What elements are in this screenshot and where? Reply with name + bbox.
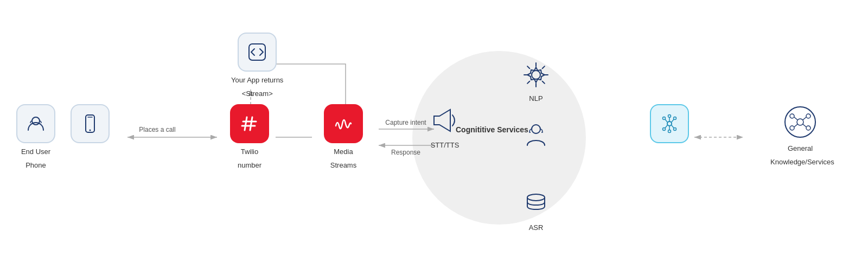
twilio-label2: number <box>238 161 261 170</box>
end-user-label2: Phone <box>25 161 46 170</box>
svg-point-26 <box>663 117 666 120</box>
svg-line-44 <box>794 117 797 120</box>
general-knowledge-label: General <box>788 144 813 154</box>
cognitive-label: Cognititive Services <box>456 125 528 135</box>
nlp-node: NLP <box>521 60 551 104</box>
svg-line-35 <box>672 125 674 128</box>
general-knowledge-node: General Knowledge/Services <box>770 104 830 167</box>
svg-point-39 <box>797 119 803 125</box>
svg-line-34 <box>665 125 667 128</box>
phone-icon <box>80 114 100 133</box>
code-icon <box>247 42 267 62</box>
hub-icon <box>660 114 679 133</box>
phone-icon-box <box>71 104 110 143</box>
svg-point-25 <box>667 121 672 126</box>
svg-point-29 <box>674 128 676 131</box>
media-streams-label2: Streams <box>330 161 356 170</box>
waveform-icon <box>334 114 353 133</box>
twilio-icon-box <box>230 104 269 143</box>
asr-node: ASR <box>521 189 551 233</box>
stt-tts-label: STT/TTS <box>431 141 459 150</box>
svg-point-40 <box>790 114 794 118</box>
your-app-icon-box <box>238 33 277 72</box>
svg-point-31 <box>668 130 671 133</box>
svg-line-45 <box>803 117 806 120</box>
cognitive-label-node: Cognititive Services <box>456 125 553 135</box>
general-knowledge-label2: Knowledge/Services <box>770 158 830 167</box>
svg-point-41 <box>806 114 810 118</box>
svg-point-27 <box>674 117 676 120</box>
svg-point-43 <box>806 126 810 130</box>
svg-point-15 <box>90 130 91 131</box>
svg-line-19 <box>250 117 252 130</box>
svg-line-32 <box>665 119 667 122</box>
person-icon <box>26 114 46 133</box>
svg-point-38 <box>785 107 815 137</box>
svg-line-46 <box>794 124 797 127</box>
media-streams-label: Media <box>334 148 353 157</box>
end-user-node: End User Phone <box>16 104 55 170</box>
media-streams-node: Media Streams <box>324 104 363 170</box>
your-app-label: Your App returns <box>231 76 283 85</box>
hash-icon <box>240 114 259 133</box>
gear-icon <box>521 60 551 90</box>
svg-line-47 <box>803 124 806 127</box>
ai-icon-box <box>650 104 689 143</box>
ai-node <box>650 104 689 143</box>
asr-label: ASR <box>529 223 544 233</box>
your-app-label2: <Stream> <box>242 89 273 99</box>
your-app-node: Your App returns <Stream> <box>231 33 283 99</box>
diagram: Places a call Capture intent Response <box>0 0 868 275</box>
media-streams-icon-box <box>324 104 363 143</box>
svg-point-30 <box>668 115 671 118</box>
svg-line-33 <box>672 119 674 122</box>
phone-node <box>71 104 110 143</box>
brain-icon <box>782 104 818 140</box>
end-user-icon-box <box>16 104 55 143</box>
nlp-label: NLP <box>529 94 542 104</box>
end-user-label: End User <box>21 148 50 157</box>
svg-point-42 <box>790 126 794 130</box>
twilio-label: Twilio <box>241 148 259 157</box>
svg-point-22 <box>532 71 540 79</box>
twilio-node: Twilio number <box>230 104 269 170</box>
database-icon <box>521 189 551 219</box>
svg-line-18 <box>245 117 247 130</box>
svg-point-28 <box>663 128 666 131</box>
svg-point-24 <box>527 194 545 201</box>
svg-text:Places a call: Places a call <box>139 126 175 133</box>
